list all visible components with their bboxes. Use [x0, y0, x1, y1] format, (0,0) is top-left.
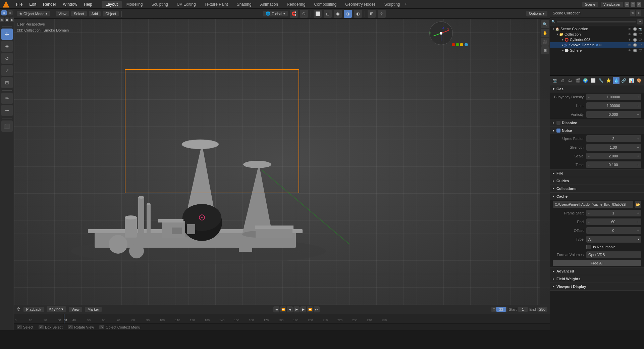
offset-value[interactable]: - 0 +: [586, 227, 641, 234]
time-minus[interactable]: -: [588, 163, 590, 167]
cache-path-browse[interactable]: 📂: [635, 201, 641, 208]
noise-enabled-checkbox[interactable]: [556, 129, 560, 133]
scale-tool[interactable]: ⤢: [1, 65, 13, 76]
tab-animation[interactable]: Animation: [256, 1, 282, 8]
jump-end-btn[interactable]: ⏭: [314, 306, 320, 312]
measure-tool[interactable]: ⊸: [1, 105, 13, 116]
coll-visibility[interactable]: 👁: [627, 33, 632, 36]
strength-plus[interactable]: +: [637, 145, 639, 149]
scale-minus[interactable]: -: [588, 154, 590, 158]
tab-sculpting[interactable]: Sculpting: [148, 1, 172, 8]
prop-material-icon[interactable]: 🎨: [636, 77, 643, 84]
pan-tool[interactable]: ✋: [541, 29, 549, 37]
heat-minus[interactable]: -: [588, 104, 590, 108]
xray-btn[interactable]: ⬜: [314, 10, 322, 18]
next-keyframe-btn[interactable]: ▶: [300, 306, 306, 312]
overlay-btn[interactable]: ⊞: [368, 10, 376, 18]
prop-constraints-icon[interactable]: 🔗: [620, 77, 627, 84]
fe-minus[interactable]: -: [588, 220, 590, 224]
menu-file[interactable]: File: [13, 1, 25, 7]
tab-compositing[interactable]: Compositing: [310, 1, 340, 8]
visibility-toggle[interactable]: 👁: [627, 27, 632, 31]
prev-frame-btn[interactable]: ⏪: [280, 306, 286, 312]
prop-world-icon[interactable]: 🌍: [582, 77, 589, 84]
prev-keyframe-btn[interactable]: ◀: [287, 306, 293, 312]
field-weights-header[interactable]: ▸ Field Weights: [550, 275, 644, 283]
prop-data-icon[interactable]: 📊: [628, 77, 635, 84]
is-resumable-checkbox[interactable]: [586, 245, 591, 249]
primitive-tool[interactable]: ⬛: [1, 120, 13, 132]
buoyancy-minus[interactable]: -: [588, 95, 590, 99]
tab-modeling[interactable]: Modeling: [122, 1, 147, 8]
noise-section-header[interactable]: ▾ Noise: [550, 127, 644, 134]
mode-edit[interactable]: ▣: [0, 17, 4, 22]
strength-value[interactable]: - 1.00 +: [586, 144, 641, 151]
outliner-filter-btn[interactable]: ⚗: [630, 10, 635, 16]
scale-plus[interactable]: +: [637, 154, 639, 158]
tab-geometry-nodes[interactable]: Geometry Nodes: [341, 1, 380, 8]
maximize-button[interactable]: □: [631, 2, 635, 7]
shading-rendered[interactable]: ◐: [354, 10, 362, 18]
time-value[interactable]: - 0.100 +: [586, 161, 641, 168]
tab-rendering[interactable]: Rendering: [283, 1, 309, 8]
prop-particle-icon[interactable]: ⭐: [605, 77, 612, 84]
buoyancy-plus[interactable]: +: [637, 95, 639, 99]
outliner-search-input[interactable]: [557, 21, 636, 22]
shading-wireframe[interactable]: ◻: [324, 10, 332, 18]
add-menu[interactable]: Add: [89, 11, 101, 16]
proportional-btn[interactable]: ⊙: [300, 10, 308, 18]
gas-section-header[interactable]: ▾ Gas: [550, 85, 644, 93]
free-all-button[interactable]: Free All: [553, 260, 641, 266]
tab-layout[interactable]: Layout: [102, 1, 122, 8]
outliner-item-cylinder[interactable]: ▸ ⭕ Cylinder.008 👁 🔘 🛡: [550, 37, 644, 42]
tab-shading[interactable]: Shading: [233, 1, 256, 8]
fs-plus[interactable]: +: [637, 211, 639, 215]
fs-minus[interactable]: -: [588, 211, 590, 215]
frame-end-prop-value[interactable]: - 60 +: [586, 218, 641, 225]
prop-object-icon[interactable]: ⬜: [590, 77, 597, 84]
smoke-visibility[interactable]: 👁: [627, 43, 632, 47]
current-frame-value[interactable]: 33: [496, 307, 506, 312]
advanced-header[interactable]: ▸ Advanced: [550, 267, 644, 275]
menu-help[interactable]: Help: [81, 1, 95, 7]
prop-physics-icon[interactable]: 💧: [613, 77, 620, 84]
fire-header[interactable]: ▸ Fire: [550, 169, 644, 177]
tab-texture-paint[interactable]: Texture Paint: [201, 1, 232, 8]
frame-start-value[interactable]: 1: [518, 307, 528, 312]
shading-material[interactable]: ◑: [344, 10, 352, 18]
viewlayer-selector[interactable]: ViewLayer: [601, 2, 623, 7]
select-menu[interactable]: Select: [71, 11, 87, 16]
playback-menu[interactable]: Playback: [23, 307, 44, 312]
cursor-tool[interactable]: ✛: [1, 29, 13, 40]
zoom-tool[interactable]: 🔍: [541, 20, 549, 28]
next-frame-btn[interactable]: ⏩: [307, 306, 313, 312]
vorticity-plus[interactable]: +: [637, 112, 639, 116]
cache-path-value[interactable]: C:\Users\PuneethAppD...\cache_fluid_83ab…: [553, 201, 633, 208]
tab-scripting[interactable]: Scripting: [380, 1, 404, 8]
frame-end-value[interactable]: 250: [537, 307, 547, 312]
annotate-tool[interactable]: ✏: [1, 93, 13, 104]
view-menu[interactable]: View: [56, 11, 69, 16]
cyl-visibility[interactable]: 👁: [627, 38, 632, 42]
outliner-item-sphere[interactable]: ▸ ⚪ Sphere 👁 🔘 🛡: [550, 48, 644, 53]
gizmo-btn[interactable]: ⊹: [378, 10, 386, 18]
guides-header[interactable]: ▸ Guides: [550, 177, 644, 185]
rotate-tool[interactable]: ↺: [1, 53, 13, 64]
add-workspace-tab[interactable]: +: [405, 2, 407, 7]
prop-output-icon[interactable]: 🖨: [559, 77, 566, 84]
marker-menu[interactable]: Marker: [85, 307, 102, 312]
menu-window[interactable]: Window: [60, 1, 80, 7]
dissolve-header[interactable]: ▸ Dissolve: [550, 119, 644, 127]
strength-minus[interactable]: -: [588, 145, 590, 149]
mode-sculpt[interactable]: ⬤: [5, 17, 9, 22]
prop-scene-icon[interactable]: 🎬: [574, 77, 581, 84]
heat-value[interactable]: - 1.00000 +: [586, 102, 641, 109]
shading-solid[interactable]: ◉: [334, 10, 342, 18]
select-toggle[interactable]: 🔘: [633, 27, 637, 31]
vorticity-minus[interactable]: -: [588, 112, 590, 116]
snap-btn[interactable]: 🧲: [290, 10, 298, 18]
options-btn[interactable]: Options ▾: [526, 11, 547, 16]
timeline-ruler[interactable]: 0 10 20 30 33 40 50 60 70 80 90 100: [14, 314, 550, 324]
off-minus[interactable]: -: [588, 229, 590, 233]
prop-modifier-icon[interactable]: 🔧: [597, 77, 604, 84]
